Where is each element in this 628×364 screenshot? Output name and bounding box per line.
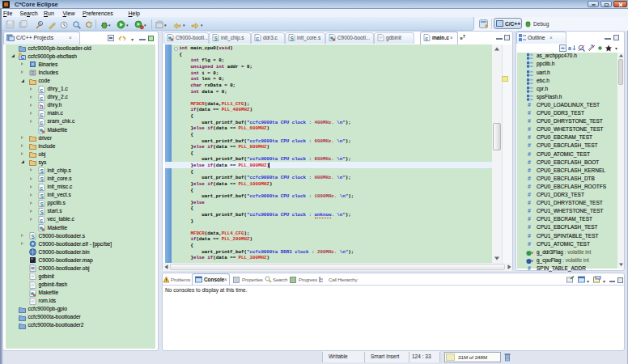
svg-text:S: S (290, 36, 294, 41)
svg-text:c: c (40, 95, 43, 100)
svg-text:S: S (214, 36, 218, 41)
svg-text:S: S (40, 201, 44, 206)
svg-text:S: S (40, 176, 44, 182)
svg-text:c: c (40, 120, 43, 125)
svg-text:v: v (532, 258, 534, 262)
svg-text:S: S (31, 234, 35, 239)
svg-text:c: c (256, 36, 259, 41)
svg-text:a: a (568, 45, 571, 51)
svg-text:c: c (40, 217, 43, 222)
svg-text:S: S (40, 193, 44, 198)
svg-text:c: c (40, 184, 43, 190)
svg-text:S: S (40, 209, 44, 214)
svg-text:c: c (425, 36, 428, 41)
svg-text:h: h (40, 103, 43, 108)
svg-text:c: c (40, 111, 43, 116)
svg-text:v: v (532, 250, 534, 254)
svg-text:S: S (40, 168, 44, 174)
svg-text:c: c (40, 87, 43, 92)
